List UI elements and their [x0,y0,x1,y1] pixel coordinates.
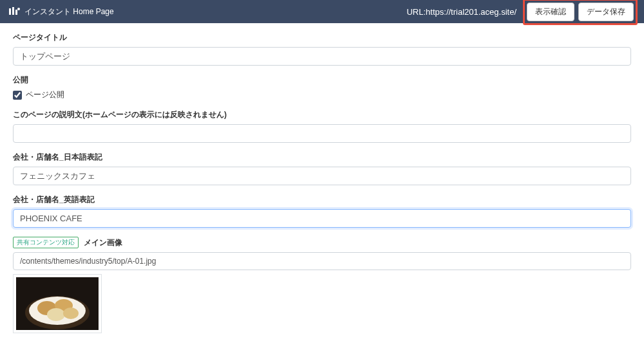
description-label: このページの説明文(ホームページの表示には反映されません) [13,109,631,120]
main-image-field: 共有コンテンツ対応 メイン画像 /contents/themes/industr… [13,237,631,339]
company-jp-field: 会社・店舗名_日本語表記 [13,152,631,185]
company-jp-label: 会社・店舗名_日本語表記 [13,152,631,163]
save-button[interactable]: データ保存 [578,3,634,21]
logo-area: インスタント Home Page [9,6,406,17]
page-title-field: ページタイトル [13,32,631,66]
shared-content-badge: 共有コンテンツ対応 [13,237,79,248]
company-en-label: 会社・店舗名_英語表記 [13,194,631,205]
image-thumbnail [16,277,99,330]
page-title-input[interactable] [13,47,631,66]
url-display: URL:https://trial201.aceg.site/ [406,7,516,17]
description-input[interactable] [13,124,631,143]
publish-checkbox-label: ページ公開 [26,89,64,100]
publish-label: 公開 [13,75,631,86]
main-image-label: メイン画像 [84,237,122,248]
app-header: インスタント Home Page URL:https://trial201.ac… [0,0,644,23]
svg-rect-2 [15,10,17,15]
svg-point-10 [63,307,79,319]
publish-checkbox[interactable] [13,91,22,100]
svg-point-9 [47,308,65,321]
content-area: ページタイトル 公開 ページ公開 このページの説明文(ホームページの表示には反映… [0,23,644,339]
svg-point-3 [17,8,20,10]
header-button-highlight: 表示確認 データ保存 [523,0,638,25]
logo-icon [9,7,21,16]
publish-field: 公開 ページ公開 [13,75,631,100]
description-field: このページの説明文(ホームページの表示には反映されません) [13,109,631,143]
svg-rect-0 [9,8,11,15]
svg-rect-1 [12,7,14,15]
image-path-display: /contents/themes/industry5/top/A-01.jpg [13,252,631,270]
publish-checkbox-row: ページ公開 [13,89,631,100]
page-title-label: ページタイトル [13,32,631,43]
main-image-label-row: 共有コンテンツ対応 メイン画像 [13,237,631,248]
company-en-field: 会社・店舗名_英語表記 [13,194,631,228]
company-en-input[interactable] [13,209,631,228]
app-title: インスタント Home Page [24,6,114,17]
image-thumbnail-wrap [13,274,102,333]
preview-button[interactable]: 表示確認 [527,3,574,21]
company-jp-input[interactable] [13,167,631,185]
